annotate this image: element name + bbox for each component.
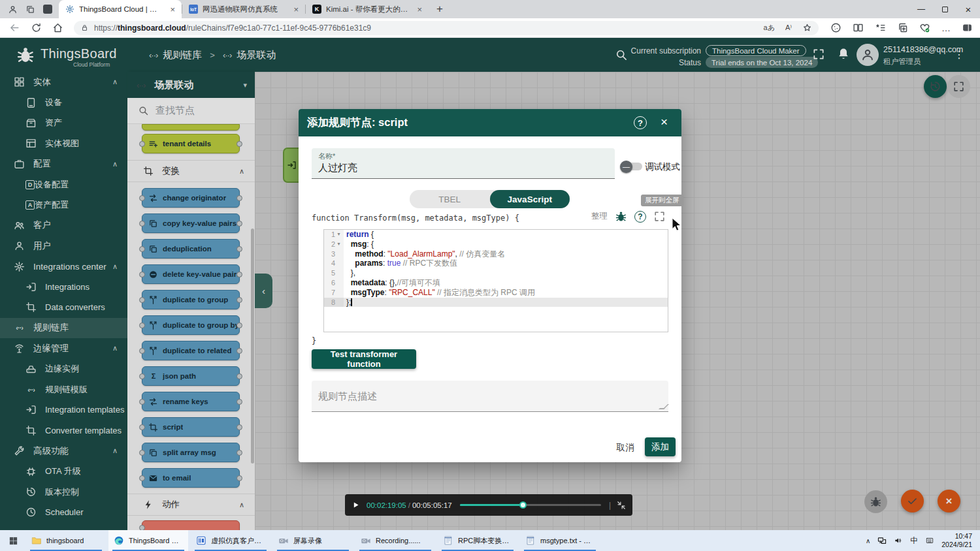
taskbar-item-msgtype-txt-[interactable]: msgtype.txt - 记... [520,530,600,551]
browser-left-icons [0,5,59,14]
code-text: method: "Load_AlarmLamp", // 仿真变量名 [344,249,505,259]
more-menu-icon[interactable]: … [941,23,951,33]
tab-favicon-icon: K [312,5,321,14]
extensions-icon[interactable] [830,22,841,33]
debug-script-icon[interactable] [615,210,627,223]
code-text: params: true // RPC下发数值 [344,259,457,268]
lock-icon[interactable] [80,24,89,32]
sidebar-toggle-icon[interactable] [962,22,973,33]
taskbar-item-label: msgtype.txt - 记... [540,536,595,546]
notepad-icon [525,535,536,546]
play-icon[interactable] [351,501,360,509]
favorite-star-icon[interactable] [802,23,812,33]
toggle-knob: — [620,161,632,173]
profile-icon[interactable] [8,5,18,14]
taskbar-item-recording-[interactable]: Recording...... [355,530,435,551]
ime-indicator[interactable]: 中 [910,535,918,546]
fold-spacer [335,288,342,298]
resize-handle[interactable] [659,404,669,409]
code-line[interactable]: 8}; [324,298,668,307]
tab-actions-icon[interactable] [43,5,52,14]
gutter: 6 [324,278,344,288]
read-aloud-icon[interactable]: A⁾ [785,24,792,32]
screen: ThingsBoard Cloud | 规则链×IoT网迅通物联网仿真系统×KK… [0,0,980,551]
new-tab-button[interactable]: + [429,3,451,16]
volume-icon[interactable] [894,536,903,545]
browser-tab[interactable]: ThingsBoard Cloud | 规则链× [59,0,182,18]
code-text: metadata: {},//可填可不填 [344,278,440,288]
back-icon[interactable] [9,22,20,33]
taskbar-item-thingsboard[interactable]: thingsboard [26,530,106,551]
taskbar-item-rpc-[interactable]: RPC脚本变换组帧... [438,530,517,551]
code-text: }; [344,298,352,307]
editor-fullscreen-icon[interactable] [653,210,666,223]
collapse-player-icon[interactable] [617,501,626,510]
window-minimize-button[interactable]: — [909,0,933,18]
description-field[interactable]: 规则节点描述 [312,381,668,412]
workspaces-icon[interactable] [25,5,35,14]
dialog-title: 添加规则节点: script [307,116,408,130]
line-number: 3 [324,249,335,259]
refresh-icon[interactable] [31,22,42,33]
debug-mode-toggle[interactable]: — [623,163,642,170]
window-controls: — × [909,0,980,18]
progress-knob[interactable] [519,501,527,509]
network-icon[interactable] [877,536,887,545]
notepad-icon [443,535,453,546]
touch-keyboard-icon[interactable] [925,536,934,545]
split-screen-icon[interactable] [853,22,864,33]
window-maximize-button[interactable] [933,0,956,18]
home-icon[interactable] [52,22,63,33]
code-line[interactable]: 6 metadata: {},//可填可不填 [324,278,668,288]
window-close-button[interactable]: × [956,0,980,18]
gutter: 3 [324,249,344,259]
browser-essentials-icon[interactable] [919,22,930,33]
test-transformer-button[interactable]: Test transformer function [312,349,416,369]
tray-expand-icon[interactable]: ∧ [866,537,870,544]
close-icon[interactable]: × [661,115,668,129]
dialog-header: 添加规则节点: script ? × [299,109,681,136]
name-field[interactable]: 名称* 人过灯亮 [312,148,615,179]
tab-close-icon[interactable]: × [292,5,300,14]
browser-tab[interactable]: IoT网迅通物联网仿真系统× [182,0,305,18]
browser-tab-bar: ThingsBoard Cloud | 规则链×IoT网迅通物联网仿真系统×KK… [0,0,980,18]
cancel-button[interactable]: 取消 [611,439,640,456]
code-line[interactable]: 7 msgType: "RPC_CALL" // 指定消息类型为 RPC 调用 [324,288,668,298]
help-icon[interactable]: ? [634,116,647,129]
browser-tab[interactable]: KKimi.ai - 帮你看更大的世界× [306,0,429,18]
taskbar-item-label: 虚拟仿真客户端（... [211,536,265,546]
add-button[interactable]: 添加 [645,437,676,456]
clock[interactable]: 10:472024/9/21 [941,532,972,549]
taskbar-item--[interactable]: 屏幕录像 [273,530,353,551]
url-text[interactable]: https://thingsboard.cloud/ruleChains/f7e… [94,24,757,33]
translate-icon[interactable]: aあ [764,23,775,33]
gutter: 8 [324,298,344,307]
start-button[interactable] [0,530,26,551]
favorites-list-icon[interactable] [875,22,886,33]
tab-close-icon[interactable]: × [416,5,423,14]
code-line[interactable]: 3 method: "Load_AlarmLamp", // 仿真变量名 [324,249,668,259]
player-time: 00:02:19:05/00:05:05:17 [367,501,452,509]
lang-tab-javascript[interactable]: JavaScript [490,190,570,208]
code-line[interactable]: 5 }, [324,268,668,278]
fold-icon[interactable]: ▾ [335,240,342,249]
code-text: return { [344,230,374,240]
debug-mode-label: 调试模式 [645,161,680,173]
fold-icon[interactable]: ▾ [335,230,342,240]
address-bar[interactable]: https://thingsboard.cloud/ruleChains/f7e… [74,21,819,35]
fold-spacer [335,278,342,288]
collections-icon[interactable] [897,22,908,33]
code-line[interactable]: 2▾ msg: { [324,240,668,249]
taskbar-item--[interactable]: 虚拟仿真客户端（... [191,530,270,551]
lang-tab-tbel[interactable]: TBEL [410,190,490,208]
code-line[interactable]: 4 params: true // RPC下发数值 [324,259,668,268]
taskbar-item-thingsboard-clo-[interactable]: ThingsBoard Clo... [108,530,188,551]
code-line[interactable]: 1▾return { [324,230,668,240]
tab-close-icon[interactable]: × [169,5,176,14]
script-help-icon[interactable]: ? [634,211,646,223]
code-editor[interactable]: 1▾return {2▾ msg: {3 method: "Load_Alarm… [323,229,668,332]
tidy-button[interactable]: 整理 [591,211,608,222]
progress-track[interactable] [460,504,601,506]
taskbar-item-label: Recording...... [376,537,420,544]
folder-icon [31,535,42,546]
